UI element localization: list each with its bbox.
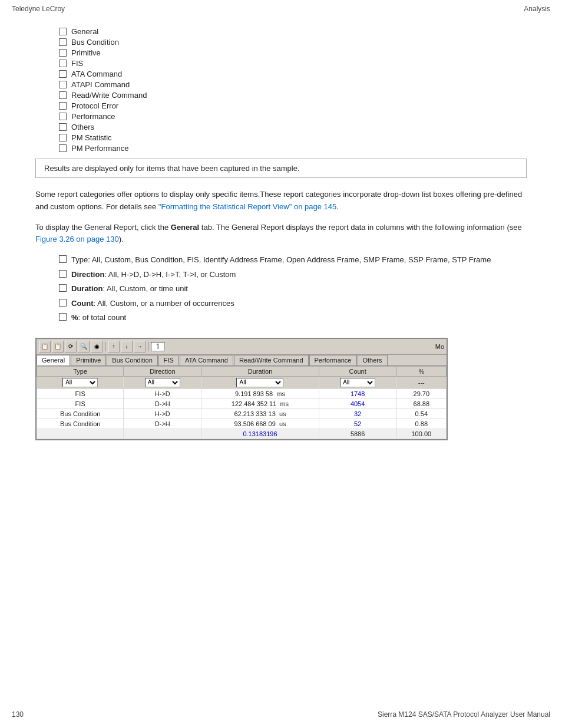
checkbox-icon [59, 38, 67, 46]
col-header-count: Count [319, 366, 396, 376]
toolbar-btn-down[interactable]: ↓ [121, 341, 133, 353]
cell-type: FIS [37, 388, 124, 398]
filter-type-select[interactable]: All [62, 378, 98, 387]
toolbar-btn-refresh[interactable]: ⟳ [65, 341, 77, 353]
checklist-item: General [59, 27, 527, 36]
cell-count: 4054 [319, 398, 396, 409]
cell-pct: 0.88 [396, 419, 446, 429]
table-row: FIS H->D 9.191 893 58 ms 1748 29.70 [37, 388, 447, 398]
mo-label: Mo [435, 343, 444, 350]
checklist-item: PM Statistic [59, 133, 527, 142]
cell-pct: 29.70 [396, 388, 446, 398]
cell-type: Bus Condition [37, 419, 124, 429]
notice-text: Results are displayed only for items tha… [44, 164, 300, 173]
checkbox-icon [59, 123, 67, 131]
paragraph1: Some report categories offer options to … [35, 189, 527, 213]
cell-count: 52 [319, 419, 396, 429]
list-item: Duration: All, Custom, or time unit [59, 283, 527, 295]
toolbar-page-input[interactable] [151, 342, 165, 351]
checkbox-icon [59, 134, 67, 141]
checklist-item-label: Performance [71, 112, 115, 121]
list-item: Count: All, Custom, or a number of occur… [59, 298, 527, 309]
checklist-item-label: PM Performance [71, 144, 129, 153]
toolbar-btn-right[interactable]: → [134, 341, 146, 353]
filter-direction[interactable]: All [124, 376, 201, 388]
list-item: Direction: All, H->D, D->H, I->T, T->I, … [59, 269, 527, 281]
checklist-item: ATAPI Command [59, 80, 527, 89]
link-figure[interactable]: Figure 3.26 on page 130 [35, 235, 119, 243]
checklist-item-label: ATA Command [71, 70, 122, 78]
cell-duration: 62.213 333 13 us [201, 409, 319, 419]
link-formatting[interactable]: "Formatting the Statistical Report View"… [158, 202, 336, 211]
toolbar-btn-up[interactable]: ↑ [108, 341, 120, 353]
checkbox-icon [59, 313, 67, 321]
checkbox-icon [59, 255, 67, 263]
tab-bus-condition[interactable]: Bus Condition [107, 355, 158, 365]
checklist-item-label: Primitive [71, 48, 101, 57]
checklist-item: Bus Condition [59, 38, 527, 47]
footer-right: Sierra M124 SAS/SATA Protocol Analyzer U… [378, 710, 550, 719]
tab-others[interactable]: Others [358, 355, 388, 365]
filter-duration-select[interactable]: All [236, 378, 283, 387]
filter-count[interactable]: All [319, 376, 396, 388]
tab-general[interactable]: General [37, 355, 70, 365]
cell-direction-summary [124, 429, 201, 439]
checklist-item-label: ATAPI Command [71, 80, 130, 89]
data-table-area: Type Direction Duration Count % All [37, 366, 447, 439]
tab-performance[interactable]: Performance [309, 355, 357, 365]
table-row: Bus Condition H->D 62.213 333 13 us 32 0… [37, 409, 447, 419]
tab-read-write-command[interactable]: Read/Write Command [234, 355, 309, 365]
paragraph2: To display the General Report, click the… [35, 222, 527, 246]
checklist-item: Read/Write Command [59, 91, 527, 100]
filter-row: All All All [37, 376, 447, 388]
col-header-direction: Direction [124, 366, 201, 376]
cell-direction: H->D [124, 409, 201, 419]
checkbox-icon [59, 28, 67, 35]
filter-type[interactable]: All [37, 376, 124, 388]
checkbox-icon [59, 144, 67, 152]
checklist: GeneralBus ConditionPrimitiveFISATA Comm… [59, 27, 527, 153]
cell-count: 32 [319, 409, 396, 419]
tab-fis[interactable]: FIS [158, 355, 179, 365]
cell-pct: 68.88 [396, 398, 446, 409]
footer-left: 130 [12, 710, 24, 719]
main-content: GeneralBus ConditionPrimitiveFISATA Comm… [0, 15, 562, 458]
checklist-item: PM Performance [59, 144, 527, 153]
checkbox-icon [59, 102, 67, 110]
checkbox-icon [59, 70, 67, 78]
toolbar-btn-target[interactable]: ◉ [91, 341, 103, 353]
toolbar-btn-copy2[interactable]: 📋 [52, 341, 64, 353]
cell-type: Bus Condition [37, 409, 124, 419]
cell-duration: 93.506 668 09 us [201, 419, 319, 429]
col-header-pct: % [396, 366, 446, 376]
filter-direction-select[interactable]: All [145, 378, 180, 387]
checklist-item: Primitive [59, 48, 527, 57]
notice-box: Results are displayed only for items tha… [35, 159, 527, 178]
cell-duration-summary: 0.13183196 [201, 429, 319, 439]
cell-count-summary: 5886 [319, 429, 396, 439]
filter-count-select[interactable]: All [340, 378, 375, 387]
checkbox-icon [59, 284, 67, 292]
checklist-item-label: Protocol Error [71, 101, 118, 110]
checklist-item-label: PM Statistic [71, 133, 112, 142]
bullet-list: Type: All, Custom, Bus Condition, FIS, I… [59, 254, 527, 324]
checkbox-icon [59, 270, 67, 278]
table-row: Bus Condition D->H 93.506 668 09 us 52 0… [37, 419, 447, 429]
cell-pct-summary: 100.00 [396, 429, 446, 439]
checklist-item-label: Read/Write Command [71, 91, 147, 100]
checklist-item-label: FIS [71, 59, 83, 68]
checkbox-icon [59, 60, 67, 67]
col-header-type: Type [37, 366, 124, 376]
cell-type: FIS [37, 398, 124, 409]
checkbox-icon [59, 113, 67, 120]
tab-ata-command[interactable]: ATA Command [180, 355, 233, 365]
header-right: Analysis [524, 5, 550, 13]
screenshot: 📋 📋 ⟳ 🔍 ◉ ↑ ↓ → Mo General Primitive Bus… [35, 338, 448, 440]
cell-direction: D->H [124, 419, 201, 429]
tab-primitive[interactable]: Primitive [71, 355, 106, 365]
cell-direction: D->H [124, 398, 201, 409]
cell-count: 1748 [319, 388, 396, 398]
toolbar-btn-copy1[interactable]: 📋 [39, 341, 51, 353]
toolbar-btn-search[interactable]: 🔍 [78, 341, 90, 353]
filter-duration[interactable]: All [201, 376, 319, 388]
